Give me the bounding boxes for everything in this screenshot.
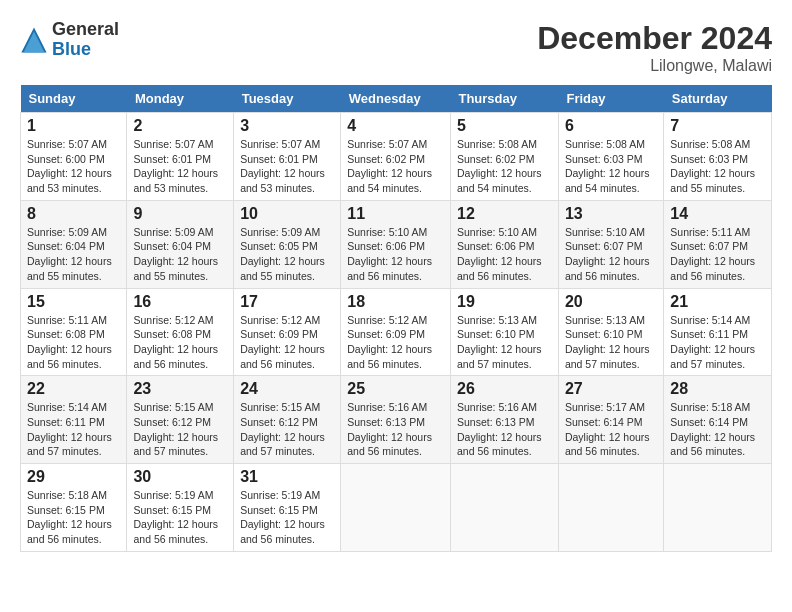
calendar-cell: 7Sunrise: 5:08 AM Sunset: 6:03 PM Daylig… <box>664 113 772 201</box>
calendar-cell: 14Sunrise: 5:11 AM Sunset: 6:07 PM Dayli… <box>664 200 772 288</box>
calendar-table: SundayMondayTuesdayWednesdayThursdayFrid… <box>20 85 772 552</box>
day-number: 22 <box>27 380 120 398</box>
title-block: December 2024 Lilongwe, Malawi <box>537 20 772 75</box>
day-info: Sunrise: 5:12 AM Sunset: 6:09 PM Dayligh… <box>347 313 444 372</box>
day-info: Sunrise: 5:12 AM Sunset: 6:08 PM Dayligh… <box>133 313 227 372</box>
day-number: 3 <box>240 117 334 135</box>
calendar-cell: 26Sunrise: 5:16 AM Sunset: 6:13 PM Dayli… <box>450 376 558 464</box>
calendar-cell: 9Sunrise: 5:09 AM Sunset: 6:04 PM Daylig… <box>127 200 234 288</box>
day-number: 14 <box>670 205 765 223</box>
day-info: Sunrise: 5:09 AM Sunset: 6:05 PM Dayligh… <box>240 225 334 284</box>
calendar-week-row: 1Sunrise: 5:07 AM Sunset: 6:00 PM Daylig… <box>21 113 772 201</box>
calendar-cell: 3Sunrise: 5:07 AM Sunset: 6:01 PM Daylig… <box>234 113 341 201</box>
day-info: Sunrise: 5:10 AM Sunset: 6:07 PM Dayligh… <box>565 225 657 284</box>
day-number: 4 <box>347 117 444 135</box>
calendar-cell: 16Sunrise: 5:12 AM Sunset: 6:08 PM Dayli… <box>127 288 234 376</box>
day-number: 15 <box>27 293 120 311</box>
day-number: 23 <box>133 380 227 398</box>
day-info: Sunrise: 5:15 AM Sunset: 6:12 PM Dayligh… <box>133 400 227 459</box>
day-number: 21 <box>670 293 765 311</box>
calendar-cell: 10Sunrise: 5:09 AM Sunset: 6:05 PM Dayli… <box>234 200 341 288</box>
location-subtitle: Lilongwe, Malawi <box>537 57 772 75</box>
day-number: 27 <box>565 380 657 398</box>
logo: General Blue <box>20 20 119 60</box>
calendar-week-row: 8Sunrise: 5:09 AM Sunset: 6:04 PM Daylig… <box>21 200 772 288</box>
calendar-cell: 24Sunrise: 5:15 AM Sunset: 6:12 PM Dayli… <box>234 376 341 464</box>
day-number: 18 <box>347 293 444 311</box>
day-info: Sunrise: 5:12 AM Sunset: 6:09 PM Dayligh… <box>240 313 334 372</box>
calendar-week-row: 22Sunrise: 5:14 AM Sunset: 6:11 PM Dayli… <box>21 376 772 464</box>
calendar-cell <box>450 464 558 552</box>
calendar-week-row: 29Sunrise: 5:18 AM Sunset: 6:15 PM Dayli… <box>21 464 772 552</box>
day-number: 24 <box>240 380 334 398</box>
calendar-cell: 27Sunrise: 5:17 AM Sunset: 6:14 PM Dayli… <box>558 376 663 464</box>
day-number: 28 <box>670 380 765 398</box>
day-info: Sunrise: 5:09 AM Sunset: 6:04 PM Dayligh… <box>133 225 227 284</box>
page-header: General Blue December 2024 Lilongwe, Mal… <box>20 20 772 75</box>
day-number: 26 <box>457 380 552 398</box>
day-info: Sunrise: 5:18 AM Sunset: 6:15 PM Dayligh… <box>27 488 120 547</box>
day-info: Sunrise: 5:10 AM Sunset: 6:06 PM Dayligh… <box>457 225 552 284</box>
day-number: 12 <box>457 205 552 223</box>
day-number: 19 <box>457 293 552 311</box>
header-sunday: Sunday <box>21 85 127 113</box>
calendar-cell: 8Sunrise: 5:09 AM Sunset: 6:04 PM Daylig… <box>21 200 127 288</box>
day-number: 9 <box>133 205 227 223</box>
calendar-cell: 20Sunrise: 5:13 AM Sunset: 6:10 PM Dayli… <box>558 288 663 376</box>
day-info: Sunrise: 5:07 AM Sunset: 6:01 PM Dayligh… <box>133 137 227 196</box>
day-number: 30 <box>133 468 227 486</box>
calendar-cell: 13Sunrise: 5:10 AM Sunset: 6:07 PM Dayli… <box>558 200 663 288</box>
calendar-cell: 18Sunrise: 5:12 AM Sunset: 6:09 PM Dayli… <box>341 288 451 376</box>
day-number: 8 <box>27 205 120 223</box>
calendar-week-row: 15Sunrise: 5:11 AM Sunset: 6:08 PM Dayli… <box>21 288 772 376</box>
day-number: 11 <box>347 205 444 223</box>
day-info: Sunrise: 5:17 AM Sunset: 6:14 PM Dayligh… <box>565 400 657 459</box>
day-info: Sunrise: 5:14 AM Sunset: 6:11 PM Dayligh… <box>670 313 765 372</box>
header-thursday: Thursday <box>450 85 558 113</box>
day-info: Sunrise: 5:07 AM Sunset: 6:00 PM Dayligh… <box>27 137 120 196</box>
day-info: Sunrise: 5:08 AM Sunset: 6:03 PM Dayligh… <box>565 137 657 196</box>
calendar-cell: 30Sunrise: 5:19 AM Sunset: 6:15 PM Dayli… <box>127 464 234 552</box>
logo-icon <box>20 26 48 54</box>
day-number: 25 <box>347 380 444 398</box>
calendar-cell: 28Sunrise: 5:18 AM Sunset: 6:14 PM Dayli… <box>664 376 772 464</box>
day-number: 13 <box>565 205 657 223</box>
calendar-cell: 6Sunrise: 5:08 AM Sunset: 6:03 PM Daylig… <box>558 113 663 201</box>
day-info: Sunrise: 5:19 AM Sunset: 6:15 PM Dayligh… <box>133 488 227 547</box>
calendar-cell: 1Sunrise: 5:07 AM Sunset: 6:00 PM Daylig… <box>21 113 127 201</box>
day-info: Sunrise: 5:18 AM Sunset: 6:14 PM Dayligh… <box>670 400 765 459</box>
header-saturday: Saturday <box>664 85 772 113</box>
day-number: 5 <box>457 117 552 135</box>
day-info: Sunrise: 5:07 AM Sunset: 6:02 PM Dayligh… <box>347 137 444 196</box>
calendar-cell: 4Sunrise: 5:07 AM Sunset: 6:02 PM Daylig… <box>341 113 451 201</box>
day-info: Sunrise: 5:08 AM Sunset: 6:02 PM Dayligh… <box>457 137 552 196</box>
day-info: Sunrise: 5:13 AM Sunset: 6:10 PM Dayligh… <box>457 313 552 372</box>
day-info: Sunrise: 5:16 AM Sunset: 6:13 PM Dayligh… <box>347 400 444 459</box>
day-number: 29 <box>27 468 120 486</box>
calendar-cell: 25Sunrise: 5:16 AM Sunset: 6:13 PM Dayli… <box>341 376 451 464</box>
calendar-cell: 29Sunrise: 5:18 AM Sunset: 6:15 PM Dayli… <box>21 464 127 552</box>
day-number: 7 <box>670 117 765 135</box>
day-info: Sunrise: 5:11 AM Sunset: 6:07 PM Dayligh… <box>670 225 765 284</box>
day-number: 6 <box>565 117 657 135</box>
calendar-cell: 15Sunrise: 5:11 AM Sunset: 6:08 PM Dayli… <box>21 288 127 376</box>
logo-text: General Blue <box>52 20 119 60</box>
day-number: 20 <box>565 293 657 311</box>
day-number: 31 <box>240 468 334 486</box>
calendar-header-row: SundayMondayTuesdayWednesdayThursdayFrid… <box>21 85 772 113</box>
calendar-cell: 22Sunrise: 5:14 AM Sunset: 6:11 PM Dayli… <box>21 376 127 464</box>
calendar-cell: 11Sunrise: 5:10 AM Sunset: 6:06 PM Dayli… <box>341 200 451 288</box>
calendar-cell: 19Sunrise: 5:13 AM Sunset: 6:10 PM Dayli… <box>450 288 558 376</box>
calendar-cell: 12Sunrise: 5:10 AM Sunset: 6:06 PM Dayli… <box>450 200 558 288</box>
calendar-cell: 5Sunrise: 5:08 AM Sunset: 6:02 PM Daylig… <box>450 113 558 201</box>
logo-general: General <box>52 20 119 40</box>
day-info: Sunrise: 5:13 AM Sunset: 6:10 PM Dayligh… <box>565 313 657 372</box>
day-info: Sunrise: 5:19 AM Sunset: 6:15 PM Dayligh… <box>240 488 334 547</box>
day-number: 10 <box>240 205 334 223</box>
calendar-cell <box>558 464 663 552</box>
day-info: Sunrise: 5:07 AM Sunset: 6:01 PM Dayligh… <box>240 137 334 196</box>
header-wednesday: Wednesday <box>341 85 451 113</box>
day-info: Sunrise: 5:16 AM Sunset: 6:13 PM Dayligh… <box>457 400 552 459</box>
calendar-cell <box>341 464 451 552</box>
month-title: December 2024 <box>537 20 772 57</box>
